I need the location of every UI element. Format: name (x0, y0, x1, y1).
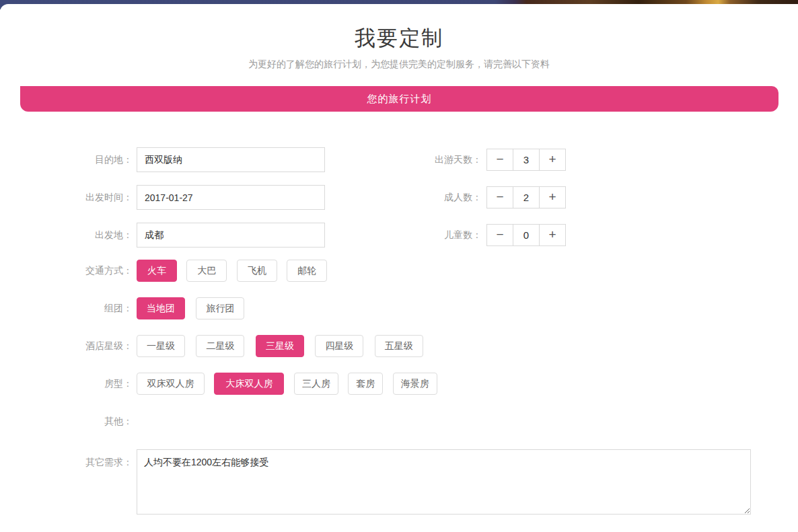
adults-decrease-button[interactable]: − (486, 186, 513, 208)
hotel-star-option-5[interactable]: 五星级 (375, 335, 423, 357)
transport-option-plane[interactable]: 飞机 (237, 260, 277, 282)
room-option-suite[interactable]: 套房 (348, 373, 383, 395)
room-type-label: 房型： (0, 373, 133, 395)
trip-days-row: 出游天数： − 3 + (0, 149, 798, 171)
trip-days-stepper: − 3 + (486, 149, 566, 171)
transport-option-bus[interactable]: 大巴 (186, 260, 227, 282)
other-needs-textarea[interactable]: 人均不要在1200左右能够接受 (137, 449, 751, 515)
hotel-star-option-2[interactable]: 二星级 (196, 335, 244, 357)
group-option-local-tour[interactable]: 当地团 (137, 297, 185, 319)
hotel-star-row: 酒店星级： 一星级 二星级 三星级 四星级 五星级 (0, 335, 798, 357)
transport-option-cruise[interactable]: 邮轮 (287, 260, 327, 282)
hotel-star-option-1[interactable]: 一星级 (137, 335, 185, 357)
other-needs-label: 其它需求： (0, 449, 133, 516)
adults-label: 成人数： (363, 186, 482, 208)
hotel-star-option-3[interactable]: 三星级 (256, 335, 304, 357)
transport-options: 火车 大巴 飞机 邮轮 (137, 260, 334, 282)
room-option-triple[interactable]: 三人房 (294, 373, 338, 395)
hotel-star-options: 一星级 二星级 三星级 四星级 五星级 (137, 335, 431, 357)
room-type-options: 双床双人房 大床双人房 三人房 套房 海景房 (137, 373, 444, 395)
hotel-star-option-4[interactable]: 四星级 (315, 335, 363, 357)
other-label: 其他： (0, 410, 133, 432)
group-type-row: 组团： 当地团 旅行团 (0, 297, 798, 319)
adults-increase-button[interactable]: + (539, 186, 566, 208)
group-type-options: 当地团 旅行团 (137, 297, 252, 319)
page: 我要定制 为更好的了解您的旅行计划，为您提供完美的定制服务，请完善以下资料 您的… (0, 0, 798, 532)
room-option-king-double[interactable]: 大床双人房 (214, 373, 284, 395)
other-needs-row: 其它需求： 人均不要在1200左右能够接受 (0, 449, 798, 516)
plan-section-header: 您的旅行计划 (20, 86, 778, 112)
room-option-sea-view[interactable]: 海景房 (393, 373, 437, 395)
group-type-label: 组团： (0, 297, 133, 319)
page-title: 我要定制 (0, 24, 798, 52)
trip-days-label: 出游天数： (363, 149, 482, 171)
adults-stepper: − 2 + (486, 186, 566, 208)
hotel-star-label: 酒店星级： (0, 335, 133, 357)
children-label: 儿童数： (363, 224, 482, 246)
trip-days-value[interactable]: 3 (513, 149, 540, 171)
group-option-travel-tour[interactable]: 旅行团 (196, 297, 244, 319)
children-row: 儿童数： − 0 + (0, 224, 798, 246)
transport-row: 交通方式： 火车 大巴 飞机 邮轮 (0, 260, 798, 282)
page-subtitle: 为更好的了解您的旅行计划，为您提供完美的定制服务，请完善以下资料 (0, 57, 798, 71)
room-type-row: 房型： 双床双人房 大床双人房 三人房 套房 海景房 (0, 373, 798, 395)
children-decrease-button[interactable]: − (486, 224, 513, 246)
children-stepper: − 0 + (486, 224, 566, 246)
children-value[interactable]: 0 (513, 224, 540, 246)
transport-option-train[interactable]: 火车 (137, 260, 177, 282)
trip-days-decrease-button[interactable]: − (486, 149, 513, 171)
adults-row: 成人数： − 2 + (0, 186, 798, 208)
content-panel: 我要定制 为更好的了解您的旅行计划，为您提供完美的定制服务，请完善以下资料 您的… (0, 4, 798, 532)
other-row: 其他： (0, 410, 798, 432)
children-increase-button[interactable]: + (539, 224, 566, 246)
transport-label: 交通方式： (0, 260, 133, 282)
adults-value[interactable]: 2 (513, 186, 540, 208)
room-option-twin-double[interactable]: 双床双人房 (137, 373, 205, 395)
trip-days-increase-button[interactable]: + (539, 149, 566, 171)
